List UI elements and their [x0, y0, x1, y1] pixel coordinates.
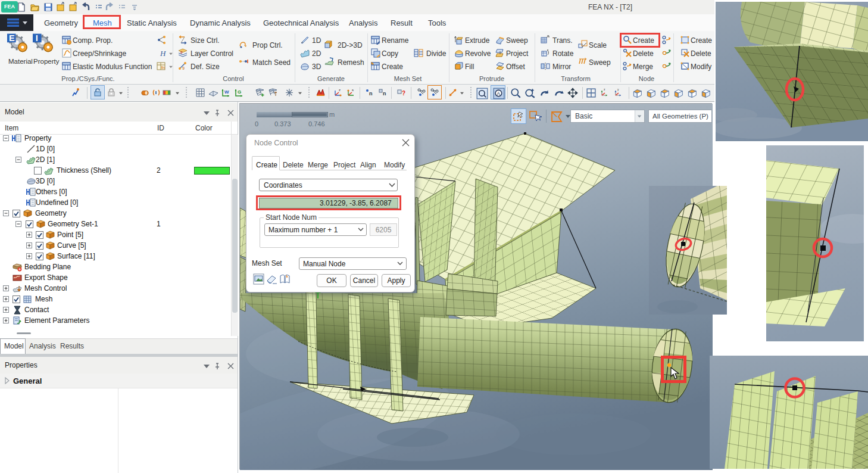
svg-text:z: z [604, 88, 605, 91]
svg-text:y: y [617, 88, 619, 91]
svg-text:z: z [339, 88, 341, 92]
svg-text:s: s [352, 88, 354, 92]
svg-text:n: n [369, 91, 373, 97]
svg-text:A: A [497, 91, 500, 97]
svg-text:n: n [383, 91, 386, 97]
svg-text:G: G [238, 89, 241, 95]
svg-text:W: W [224, 89, 229, 95]
svg-text:?: ? [402, 90, 405, 97]
